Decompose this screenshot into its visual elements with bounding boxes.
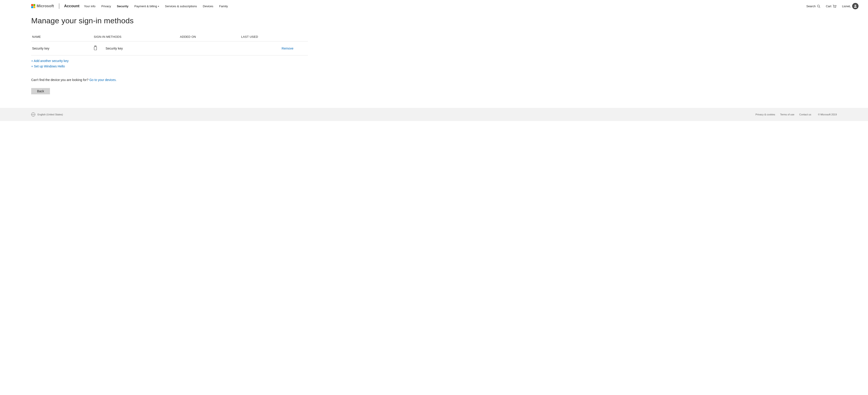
nav-privacy[interactable]: Privacy [101, 4, 111, 8]
device-hint-text: Can't find the device you are looking fo… [31, 78, 89, 82]
svg-rect-5 [95, 46, 96, 47]
nav-security[interactable]: Security [117, 4, 128, 8]
footer-contact-link[interactable]: Contact us [799, 113, 811, 116]
microsoft-logo-text: Microsoft [37, 4, 54, 8]
column-header-name: NAME [32, 35, 94, 38]
nav-divider [59, 3, 59, 9]
cart-button[interactable]: Cart [826, 4, 837, 8]
svg-point-0 [817, 5, 819, 7]
nav-item-label: Services & subscriptions [165, 4, 197, 8]
back-button[interactable]: Back [31, 88, 50, 94]
table-row: Security key Security key Remove [31, 41, 308, 55]
cart-icon [833, 4, 837, 8]
page-content: Manage your sign-in methods NAME SIGN-IN… [0, 12, 339, 108]
nav-family[interactable]: Family [219, 4, 228, 8]
locale-label: English (United States) [37, 113, 63, 116]
row-name: Security key [32, 47, 94, 50]
microsoft-logo-icon [31, 4, 35, 8]
locale-selector[interactable]: English (United States) [31, 112, 63, 116]
search-icon [817, 4, 820, 8]
nav-services-subscriptions[interactable]: Services & subscriptions [165, 4, 197, 8]
nav-payment-billing[interactable]: Payment & billing▾ [134, 4, 159, 8]
nav-item-label: Payment & billing [134, 4, 157, 8]
column-header-added: ADDED ON [180, 35, 241, 38]
page-footer: English (United States) Privacy & cookie… [0, 108, 868, 121]
add-links: + Add another security key + Set up Wind… [31, 59, 308, 68]
top-navigation-left: Microsoft Account Your info Privacy Secu… [0, 3, 228, 9]
row-method: Security key [94, 46, 180, 51]
svg-rect-6 [94, 47, 97, 50]
footer-terms-link[interactable]: Terms of use [780, 113, 794, 116]
column-header-method: SIGN-IN METHODS [94, 35, 180, 38]
nav-devices[interactable]: Devices [203, 4, 213, 8]
nav-item-label: Your info [84, 4, 96, 8]
svg-line-1 [819, 7, 820, 8]
usb-key-icon [94, 46, 97, 51]
chevron-down-icon: ▾ [158, 5, 159, 7]
footer-links: Privacy & cookies Terms of use Contact u… [755, 113, 837, 116]
top-navigation: Microsoft Account Your info Privacy Secu… [0, 0, 868, 12]
nav-item-label: Devices [203, 4, 213, 8]
search-button[interactable]: Search [806, 4, 820, 8]
svg-point-3 [835, 7, 836, 7]
nav-item-label: Security [117, 4, 128, 8]
setup-windows-hello-link[interactable]: + Set up Windows Hello [31, 64, 308, 68]
top-navigation-right: Search Cart LioneL [806, 3, 861, 9]
globe-icon [31, 112, 35, 116]
nav-app-name[interactable]: Account [64, 4, 80, 8]
search-label: Search [806, 4, 815, 8]
sign-in-table-header: NAME SIGN-IN METHODS ADDED ON LAST USED [31, 33, 308, 41]
svg-point-2 [834, 7, 834, 7]
page-title: Manage your sign-in methods [31, 16, 308, 25]
microsoft-logo[interactable]: Microsoft [31, 4, 54, 8]
add-security-key-link[interactable]: + Add another security key [31, 59, 308, 63]
row-method-label: Security key [105, 47, 123, 50]
remove-link[interactable]: Remove [282, 47, 307, 50]
cart-label: Cart [826, 4, 831, 8]
user-menu[interactable]: LioneL [842, 3, 859, 9]
nav-your-info[interactable]: Your info [84, 4, 96, 8]
nav-item-label: Family [219, 4, 228, 8]
primary-nav: Your info Privacy Security Payment & bil… [84, 4, 228, 8]
avatar-icon [853, 4, 857, 8]
device-hint: Can't find the device you are looking fo… [31, 78, 308, 82]
column-header-last: LAST USED [241, 35, 307, 38]
user-name: LioneL [842, 4, 851, 8]
footer-privacy-link[interactable]: Privacy & cookies [755, 113, 775, 116]
avatar [852, 3, 859, 9]
go-to-devices-link[interactable]: Go to your devices. [89, 78, 117, 82]
nav-item-label: Privacy [101, 4, 111, 8]
footer-copyright: © Microsoft 2019 [818, 113, 837, 116]
svg-point-4 [855, 5, 856, 6]
